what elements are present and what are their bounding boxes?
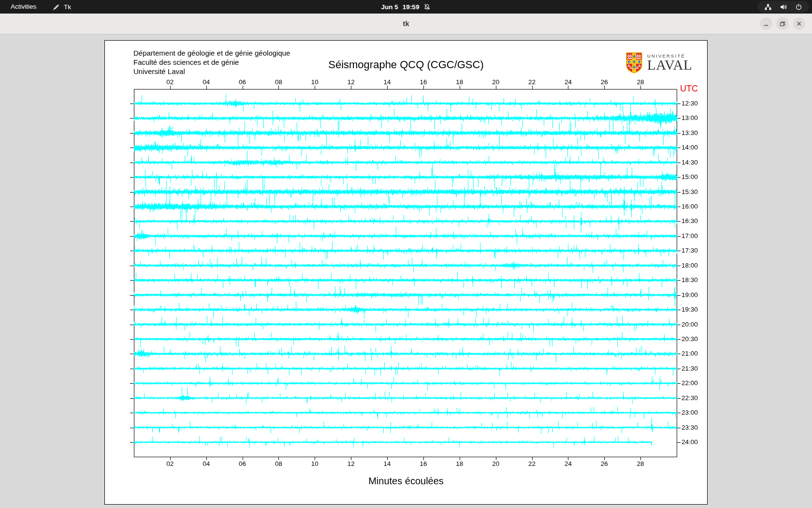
close-button[interactable] [793,17,805,30]
trace-time-label: 21:00 [682,350,698,358]
window-title: tk [0,14,812,34]
logo-laval-text: LAVAL [647,59,692,72]
focused-app-label: Tk [64,3,71,11]
x-tick-label-bottom: 16 [420,460,427,468]
trace-time-label: 23:00 [682,409,698,417]
seismograph-canvas: Département de géologie et de génie géol… [104,40,708,505]
x-tick-label-bottom: 24 [565,460,572,468]
window-title-bar[interactable]: tk [0,14,812,34]
network-icon [764,3,772,11]
notifications-muted-icon [423,3,431,11]
x-tick-label-bottom: 08 [275,460,282,468]
x-tick-label-bottom: 26 [601,460,608,468]
power-icon [795,3,802,11]
trace-time-label: 20:30 [682,335,698,343]
trace-time-label: 15:30 [682,188,698,196]
trace-time-label: 19:30 [682,306,698,314]
x-tick-label-top: 04 [203,78,210,86]
trace-time-label: 14:00 [682,144,698,151]
x-tick-label-top: 26 [601,78,608,86]
x-tick-label-top: 10 [311,78,319,86]
volume-icon [780,3,787,11]
seismogram-plot [105,41,707,504]
trace-time-label: 21:30 [682,365,698,373]
trace-time-label: 17:00 [682,232,698,240]
minimize-icon [763,21,769,27]
x-tick-label-bottom: 20 [492,460,499,468]
x-tick-label-bottom: 04 [203,460,210,468]
trace-time-label: 13:30 [682,129,698,137]
gnome-top-bar: Activities Tk Jun 5 19:59 [0,0,812,14]
trace-time-label: 23:30 [682,424,698,432]
maximize-button[interactable] [776,17,789,30]
x-tick-label-bottom: 10 [311,460,319,468]
focused-app-menu[interactable]: Tk [52,0,71,14]
system-status-area[interactable] [757,1,809,13]
close-icon [796,21,802,27]
trace-time-label: 16:30 [682,217,698,225]
trace-time-label: 24:00 [682,438,698,446]
x-tick-label-bottom: 14 [384,460,391,468]
org-line-1: Département de géologie et de génie géol… [133,49,290,57]
trace-time-label: 15:00 [682,173,698,181]
trace-time-label: 14:30 [682,159,698,166]
trace-time-label: 13:00 [682,114,698,122]
x-tick-label-top: 02 [166,78,174,86]
trace-time-label: 12:30 [682,100,698,107]
x-tick-label-top: 16 [420,78,427,86]
x-tick-label-top: 12 [348,78,355,86]
trace-time-label: 19:00 [682,291,698,299]
x-tick-label-top: 14 [384,78,391,86]
university-laval-logo: UNIVERSITÉ LAVAL [625,52,692,74]
maximize-icon [780,21,785,27]
x-tick-label-bottom: 06 [239,460,246,468]
activities-button[interactable]: Activities [9,0,38,14]
minimize-button[interactable] [760,17,772,30]
trace-time-label: 18:30 [682,276,698,284]
trace-time-label: 18:00 [682,262,698,269]
x-tick-label-top: 18 [456,78,463,86]
x-tick-label-top: 28 [637,78,644,86]
x-axis-title: Minutes écoulées [105,476,707,487]
x-tick-label-bottom: 22 [528,460,536,468]
tk-feather-icon [52,3,60,11]
chart-title: Séismographe QCQ (CGC/GSC) [105,59,707,71]
x-tick-label-bottom: 28 [637,460,644,468]
tk-window-background: Département de géologie et de génie géol… [0,34,812,508]
x-tick-label-top: 08 [275,78,282,86]
trace-time-label: 22:00 [682,379,698,387]
x-tick-label-top: 20 [492,78,499,86]
clock-button[interactable]: Jun 5 19:59 [381,3,420,11]
clock-time: 19:59 [403,3,420,11]
trace-time-label: 17:30 [682,247,698,254]
laval-shield-icon [625,52,643,74]
x-tick-label-top: 22 [528,78,536,86]
x-tick-label-bottom: 18 [456,460,463,468]
x-tick-label-top: 24 [565,78,572,86]
utc-axis-label: UTC [680,84,698,94]
x-tick-label-top: 06 [239,78,246,86]
x-tick-label-bottom: 12 [348,460,355,468]
trace-time-label: 20:00 [682,321,698,329]
trace-time-label: 22:30 [682,394,698,402]
clock-date: Jun 5 [381,3,398,11]
trace-time-label: 16:00 [682,203,698,210]
x-tick-label-bottom: 02 [166,460,174,468]
